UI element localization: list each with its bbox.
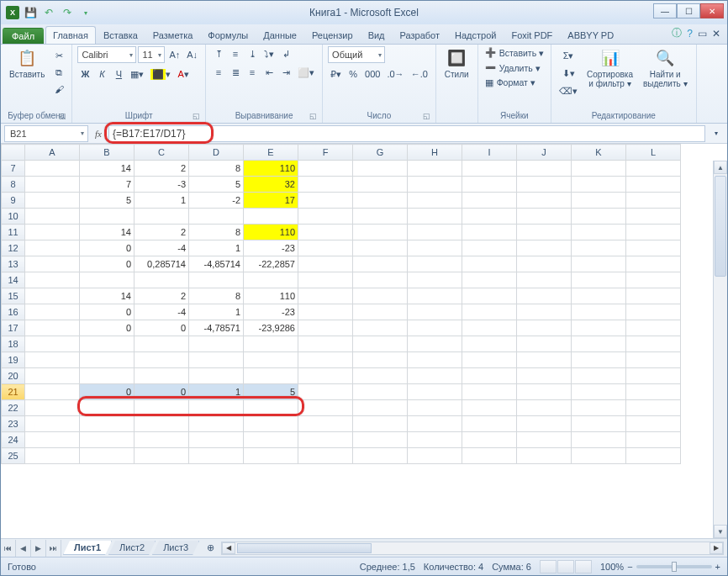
cell-D17[interactable]: -4,78571 bbox=[189, 320, 244, 336]
cell-J20[interactable] bbox=[517, 368, 572, 384]
indent-inc-icon[interactable]: ⇥ bbox=[278, 65, 293, 80]
cell-I25[interactable] bbox=[462, 448, 517, 464]
cell-A22[interactable] bbox=[25, 400, 80, 416]
cell-C24[interactable] bbox=[135, 432, 189, 448]
dec-decimal-icon[interactable]: ←.0 bbox=[409, 66, 430, 82]
align-top-icon[interactable]: ⤒ bbox=[211, 46, 226, 61]
col-header-F[interactable]: F bbox=[298, 145, 353, 161]
fill-icon[interactable]: ⬇▾ bbox=[557, 66, 580, 81]
underline-button[interactable]: Ч bbox=[111, 66, 126, 82]
cell-H20[interactable] bbox=[408, 368, 462, 384]
cell-B21[interactable]: 0 bbox=[80, 384, 135, 400]
cell-L13[interactable] bbox=[626, 256, 681, 272]
hscroll-thumb[interactable] bbox=[237, 543, 372, 553]
cell-G7[interactable] bbox=[353, 161, 408, 177]
cell-A23[interactable] bbox=[25, 416, 80, 432]
cell-F10[interactable] bbox=[298, 209, 353, 225]
cell-C12[interactable]: -4 bbox=[135, 240, 189, 256]
view-layout-icon[interactable] bbox=[557, 560, 574, 573]
styles-button[interactable]: 🔲 Стили bbox=[441, 46, 472, 81]
cell-K18[interactable] bbox=[572, 336, 626, 352]
cell-B19[interactable] bbox=[80, 352, 135, 368]
sort-filter-button[interactable]: 📊 Сортировка и фильтр ▾ bbox=[583, 46, 636, 90]
cell-K21[interactable] bbox=[572, 384, 626, 400]
hscroll-right-icon[interactable]: ▶ bbox=[710, 542, 723, 554]
name-box[interactable]: B21 bbox=[4, 125, 88, 142]
cell-H8[interactable] bbox=[408, 177, 462, 193]
cell-K7[interactable] bbox=[572, 161, 626, 177]
cell-F23[interactable] bbox=[298, 416, 353, 432]
cell-B15[interactable]: 14 bbox=[80, 288, 135, 304]
cell-D14[interactable] bbox=[189, 272, 244, 288]
col-header-E[interactable]: E bbox=[244, 145, 298, 161]
cell-I23[interactable] bbox=[462, 416, 517, 432]
ribbon-q-icon[interactable]: ? bbox=[687, 28, 693, 40]
cell-J10[interactable] bbox=[517, 209, 572, 225]
cell-D13[interactable]: -4,85714 bbox=[189, 256, 244, 272]
cell-H24[interactable] bbox=[408, 432, 462, 448]
cell-A20[interactable] bbox=[25, 368, 80, 384]
cell-J15[interactable] bbox=[517, 288, 572, 304]
cell-E23[interactable] bbox=[244, 416, 298, 432]
row-header-9[interactable]: 9 bbox=[2, 193, 25, 209]
cell-B22[interactable] bbox=[80, 400, 135, 416]
cell-H13[interactable] bbox=[408, 256, 462, 272]
cell-B20[interactable] bbox=[80, 368, 135, 384]
cell-D23[interactable] bbox=[189, 416, 244, 432]
row-header-22[interactable]: 22 bbox=[2, 400, 25, 416]
cell-J7[interactable] bbox=[517, 161, 572, 177]
clear-icon[interactable]: ⌫▾ bbox=[557, 83, 580, 98]
cell-H17[interactable] bbox=[408, 320, 462, 336]
row-header-10[interactable]: 10 bbox=[2, 209, 25, 225]
cell-L25[interactable] bbox=[626, 448, 681, 464]
row-header-12[interactable]: 12 bbox=[2, 240, 25, 256]
cell-L11[interactable] bbox=[626, 225, 681, 240]
align-right-icon[interactable]: ≡ bbox=[245, 65, 260, 80]
cell-K12[interactable] bbox=[572, 240, 626, 256]
cell-I18[interactable] bbox=[462, 336, 517, 352]
cell-H15[interactable] bbox=[408, 288, 462, 304]
row-header-25[interactable]: 25 bbox=[2, 448, 25, 464]
cell-K10[interactable] bbox=[572, 209, 626, 225]
cell-L15[interactable] bbox=[626, 288, 681, 304]
cell-I21[interactable] bbox=[462, 384, 517, 400]
cell-J16[interactable] bbox=[517, 304, 572, 320]
cell-I22[interactable] bbox=[462, 400, 517, 416]
cell-L16[interactable] bbox=[626, 304, 681, 320]
cell-F25[interactable] bbox=[298, 448, 353, 464]
number-format-combo[interactable]: Общий bbox=[328, 46, 385, 63]
zoom-out-icon[interactable]: − bbox=[627, 562, 632, 572]
cell-C19[interactable] bbox=[135, 352, 189, 368]
cell-C7[interactable]: 2 bbox=[135, 161, 189, 177]
cell-G8[interactable] bbox=[353, 177, 408, 193]
cell-H10[interactable] bbox=[408, 209, 462, 225]
cell-K14[interactable] bbox=[572, 272, 626, 288]
cell-E10[interactable] bbox=[244, 209, 298, 225]
cell-K19[interactable] bbox=[572, 352, 626, 368]
cell-H22[interactable] bbox=[408, 400, 462, 416]
autosum-icon[interactable]: Σ▾ bbox=[557, 48, 580, 63]
row-header-16[interactable]: 16 bbox=[2, 304, 25, 320]
font-name-combo[interactable]: Calibri bbox=[77, 46, 136, 63]
cell-B9[interactable]: 5 bbox=[80, 193, 135, 209]
cell-H16[interactable] bbox=[408, 304, 462, 320]
tab-данные[interactable]: Данные bbox=[256, 26, 304, 44]
cell-J13[interactable] bbox=[517, 256, 572, 272]
italic-button[interactable]: К bbox=[94, 66, 109, 82]
cell-H14[interactable] bbox=[408, 272, 462, 288]
decrease-font-icon[interactable]: A↓ bbox=[184, 47, 200, 62]
cell-L20[interactable] bbox=[626, 368, 681, 384]
cell-J24[interactable] bbox=[517, 432, 572, 448]
sheet-nav-last-icon[interactable]: ⏭ bbox=[46, 540, 61, 557]
cell-J11[interactable] bbox=[517, 225, 572, 240]
indent-dec-icon[interactable]: ⇤ bbox=[261, 65, 277, 80]
tab-рецензир[interactable]: Рецензир bbox=[304, 26, 361, 44]
cell-H23[interactable] bbox=[408, 416, 462, 432]
tab-file[interactable]: Файл bbox=[3, 28, 44, 44]
cell-G14[interactable] bbox=[353, 272, 408, 288]
cell-H18[interactable] bbox=[408, 336, 462, 352]
row-header-8[interactable]: 8 bbox=[2, 177, 25, 193]
cell-D7[interactable]: 8 bbox=[189, 161, 244, 177]
sheet-tab-2[interactable]: Лист2 bbox=[108, 541, 156, 555]
cell-B11[interactable]: 14 bbox=[80, 225, 135, 240]
